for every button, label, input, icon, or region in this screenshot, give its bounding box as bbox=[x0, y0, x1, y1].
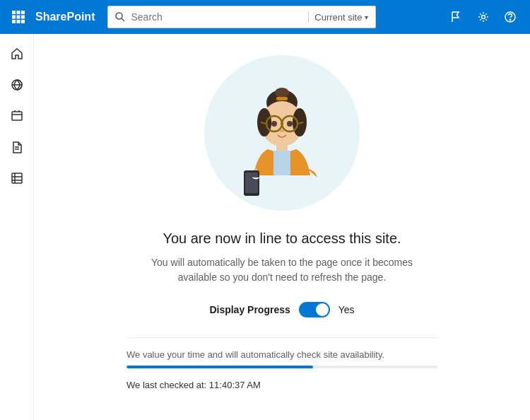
svg-rect-38 bbox=[273, 151, 290, 175]
last-checked-label: We last checked at: bbox=[126, 380, 206, 390]
sidebar-item-following[interactable] bbox=[3, 71, 31, 99]
search-input[interactable] bbox=[131, 11, 302, 23]
progress-bar-container bbox=[126, 366, 437, 368]
svg-point-34 bbox=[271, 121, 277, 127]
svg-point-9 bbox=[116, 13, 122, 19]
sidebar-item-document[interactable] bbox=[3, 133, 31, 161]
svg-point-23 bbox=[275, 88, 289, 98]
svg-rect-0 bbox=[12, 11, 16, 14]
settings-button[interactable] bbox=[472, 6, 495, 28]
svg-point-13 bbox=[510, 19, 510, 20]
toggle-yes-label: Yes bbox=[338, 304, 355, 315]
person-illustration bbox=[218, 66, 346, 200]
display-progress-toggle[interactable] bbox=[299, 302, 330, 317]
sidebar-item-home[interactable] bbox=[3, 40, 31, 68]
sidebar-item-lists[interactable] bbox=[3, 164, 31, 192]
search-icon bbox=[115, 12, 125, 22]
app-logo: SharePoint bbox=[35, 11, 95, 23]
main-layout: You are now in line to access this site.… bbox=[0, 34, 530, 420]
topbar-actions bbox=[445, 6, 522, 28]
svg-rect-1 bbox=[17, 11, 20, 14]
last-checked-text: We last checked at: 11:40:37 AM bbox=[126, 380, 437, 390]
svg-rect-2 bbox=[21, 11, 25, 14]
svg-rect-7 bbox=[17, 20, 20, 23]
svg-rect-18 bbox=[12, 173, 22, 183]
svg-point-36 bbox=[280, 129, 284, 132]
svg-rect-6 bbox=[12, 20, 16, 23]
progress-bar-fill bbox=[126, 366, 313, 368]
toggle-thumb bbox=[316, 303, 329, 316]
illustration-container bbox=[204, 55, 360, 211]
svg-rect-4 bbox=[17, 16, 20, 19]
svg-rect-8 bbox=[21, 20, 25, 23]
search-bar[interactable]: Current site ▾ bbox=[107, 6, 376, 28]
svg-rect-5 bbox=[21, 16, 25, 19]
sidebar-item-recent[interactable] bbox=[3, 102, 31, 130]
svg-point-26 bbox=[257, 108, 271, 136]
main-heading: You are now in line to access this site. bbox=[163, 231, 401, 247]
progress-text: We value your time and will automaticall… bbox=[126, 349, 437, 360]
svg-point-27 bbox=[293, 108, 307, 136]
svg-rect-40 bbox=[245, 173, 258, 193]
sidebar bbox=[0, 34, 34, 420]
illustration-circle bbox=[204, 55, 360, 211]
svg-rect-15 bbox=[12, 112, 22, 120]
main-content: You are now in line to access this site.… bbox=[34, 34, 530, 420]
main-subtext: You will automatically be taken to the p… bbox=[141, 255, 423, 285]
topbar: SharePoint Current site ▾ bbox=[0, 0, 530, 34]
svg-point-11 bbox=[482, 16, 485, 19]
chevron-down-icon: ▾ bbox=[365, 13, 368, 21]
progress-section: We value your time and will automaticall… bbox=[126, 337, 437, 390]
search-scope[interactable]: Current site ▾ bbox=[308, 12, 368, 23]
svg-line-10 bbox=[122, 18, 124, 21]
waffle-menu-button[interactable] bbox=[8, 7, 28, 27]
svg-rect-3 bbox=[12, 16, 16, 19]
svg-rect-24 bbox=[276, 97, 288, 100]
toggle-label: Display Progress bbox=[209, 304, 290, 315]
last-checked-time: 11:40:37 AM bbox=[209, 380, 261, 390]
svg-point-35 bbox=[287, 121, 293, 127]
toggle-row: Display Progress Yes bbox=[209, 302, 354, 317]
flag-button[interactable] bbox=[445, 6, 468, 28]
help-button[interactable] bbox=[499, 6, 522, 28]
